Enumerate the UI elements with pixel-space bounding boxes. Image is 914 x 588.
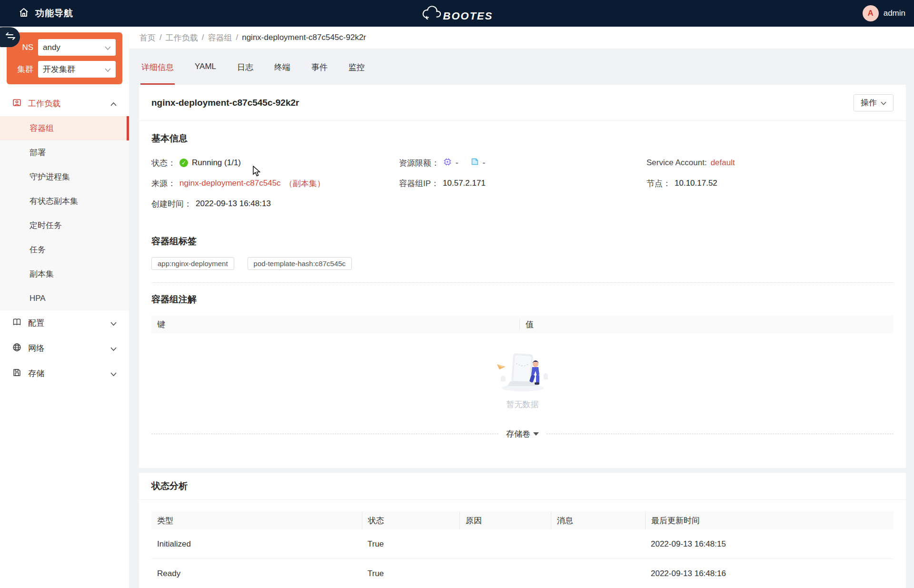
tab-details[interactable]: 详细信息	[140, 59, 175, 85]
pod-ip-field: 容器组IP： 10.57.2.171	[399, 178, 646, 189]
tab-yaml[interactable]: YAML	[194, 59, 217, 85]
annotations-value-column: 值	[519, 319, 894, 330]
cluster-label: 集群	[11, 64, 33, 75]
sidebar-item-storage[interactable]: 存储	[0, 361, 129, 386]
column-status: 状态	[362, 511, 459, 529]
row-status: True	[362, 539, 459, 549]
breadcrumb-current: nginx-deployment-c87c545c-92k2r	[242, 33, 366, 42]
breadcrumb-home[interactable]: 首页	[139, 32, 156, 43]
sidebar-item-hpa[interactable]: HPA	[0, 286, 129, 310]
cpu-quota-value: -	[456, 158, 458, 168]
sidebar-item-deployments[interactable]: 部署	[0, 140, 129, 165]
status-analysis-table: 类型 状态 原因 消息 最后更新时间 Initialized True 2022…	[151, 511, 894, 588]
node-label: 节点：	[646, 178, 671, 189]
user-menu[interactable]: A admin	[863, 5, 914, 21]
topbar: 功能导航 BOOTES A admin	[0, 0, 914, 27]
detail-tabs: 详细信息 YAML 日志 终端 事件 监控	[129, 49, 914, 85]
pod-labels-heading: 容器组标签	[151, 235, 894, 248]
created-field: 创建时间： 2022-09-13 16:48:13	[151, 198, 399, 209]
book-icon	[12, 318, 21, 329]
brand-logo: BOOTES	[421, 5, 493, 22]
tab-monitoring[interactable]: 监控	[348, 59, 366, 85]
column-reason: 原因	[459, 511, 551, 529]
sidebar-item-label: 配置	[28, 318, 104, 329]
source-link[interactable]: nginx-deployment-c87c545c	[179, 179, 281, 188]
sidebar-collapse-toggle[interactable]	[0, 27, 20, 47]
service-account-link[interactable]: default	[711, 158, 735, 168]
volumes-toggle-label: 存储卷	[506, 429, 530, 439]
tab-logs[interactable]: 日志	[236, 59, 254, 85]
submenu-label: 副本集	[30, 269, 54, 279]
brand-name: BOOTES	[443, 10, 493, 22]
tab-events[interactable]: 事件	[310, 59, 328, 85]
chevron-down-icon	[881, 98, 886, 108]
pod-annotations-heading: 容器组注解	[151, 293, 894, 306]
submenu-label: 部署	[30, 147, 46, 158]
breadcrumb-pods[interactable]: 容器组	[208, 32, 232, 43]
volumes-toggle[interactable]: 存储卷	[506, 429, 539, 439]
workload-icon	[12, 98, 21, 110]
sidebar-item-replicasets[interactable]: 副本集	[0, 262, 129, 286]
namespace-select[interactable]: andy	[38, 39, 116, 56]
pod-ip-value: 10.57.2.171	[443, 179, 486, 188]
sidebar-item-statefulsets[interactable]: 有状态副本集	[0, 189, 129, 213]
memory-quota-value: -	[483, 158, 486, 168]
submenu-label: 容器组	[30, 123, 54, 134]
pod-annotations-section: 容器组注解 键 值	[151, 293, 894, 468]
basic-info-heading: 基本信息	[151, 132, 894, 145]
sidebar-item-pods[interactable]: 容器组	[0, 116, 129, 140]
chevron-down-icon	[105, 65, 111, 74]
basic-info-grid: 状态： ✓ Running (1/1) 资源限额： -	[151, 157, 894, 209]
breadcrumb-separator: /	[236, 33, 238, 42]
empty-illustration	[494, 350, 551, 395]
swap-arrows-icon	[5, 32, 16, 43]
breadcrumb-separator: /	[202, 33, 204, 42]
status-analysis-heading: 状态分析	[151, 480, 188, 492]
submenu-label: 任务	[30, 244, 46, 255]
volumes-divider: 存储卷	[151, 429, 894, 468]
cloud-logo-icon	[421, 5, 442, 22]
sidebar-item-config[interactable]: 配置	[0, 310, 129, 336]
submenu-label: 有状态副本集	[30, 196, 78, 207]
status-label: 状态：	[151, 158, 176, 169]
sidebar-item-label: 工作负载	[28, 98, 104, 109]
annotations-key-column: 键	[151, 319, 519, 330]
empty-text: 暂无数据	[507, 399, 539, 410]
home-icon	[18, 7, 30, 20]
sidebar-item-label: 存储	[28, 368, 104, 379]
pod-title: nginx-deployment-c87c545c-92k2r	[151, 98, 299, 108]
memory-icon	[471, 158, 479, 168]
column-updated: 最后更新时间	[645, 511, 894, 529]
section-divider	[151, 282, 894, 283]
floppy-disk-icon	[12, 368, 21, 379]
sidebar-item-label: 网络	[28, 343, 104, 354]
label-tag: app:nginx-deployment	[151, 257, 234, 270]
column-type: 类型	[151, 511, 362, 529]
avatar[interactable]: A	[863, 5, 879, 21]
sidebar-item-network[interactable]: 网络	[0, 336, 129, 361]
breadcrumb-workloads[interactable]: 工作负载	[166, 32, 198, 43]
submenu-label: HPA	[30, 294, 46, 303]
source-kind-suffix: （副本集）	[285, 178, 325, 189]
row-status: True	[362, 569, 459, 578]
sidebar-item-jobs[interactable]: 任务	[0, 238, 129, 262]
sidebar: NS andy 集群 开发集群	[0, 27, 129, 588]
cpu-icon	[443, 158, 452, 169]
pod-detail-card: nginx-deployment-c87c545c-92k2r 操作 基本信息 …	[139, 85, 906, 468]
nav-label: 功能导航	[35, 7, 73, 20]
context-selector: NS andy 集群 开发集群	[7, 32, 122, 84]
quota-field: 资源限额： -	[399, 157, 646, 169]
pod-ip-label: 容器组IP：	[399, 178, 439, 189]
annotations-empty-state: 暂无数据	[151, 333, 894, 427]
sidebar-item-daemonsets[interactable]: 守护进程集	[0, 165, 129, 189]
service-account-label: Service Account:	[646, 158, 707, 168]
status-analysis-card: 状态分析 类型 状态 原因 消息 最后更新时间 Initialized True…	[139, 473, 906, 588]
sidebar-item-cronjobs[interactable]: 定时任务	[0, 213, 129, 238]
cluster-select[interactable]: 开发集群	[38, 61, 116, 78]
actions-button[interactable]: 操作	[854, 94, 894, 111]
tab-terminal[interactable]: 终端	[273, 59, 291, 85]
actions-button-label: 操作	[861, 97, 877, 108]
function-nav[interactable]: 功能导航	[0, 7, 73, 20]
quota-label: 资源限额：	[399, 158, 439, 169]
sidebar-item-workloads[interactable]: 工作负载	[0, 91, 129, 116]
